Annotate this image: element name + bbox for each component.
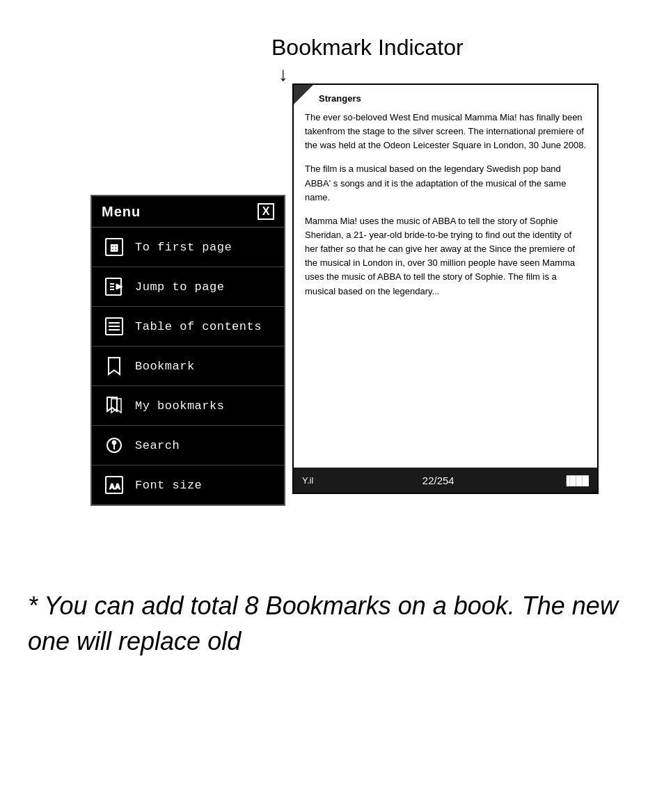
menu-item-jump-to-page-label: Jump to page: [135, 280, 224, 294]
menu-title: Menu: [102, 204, 141, 220]
menu-panel: Menu X ⊞ To first page: [90, 195, 285, 506]
battery-icon: ▐███: [563, 475, 589, 486]
first-page-icon: ⊞: [102, 234, 127, 260]
menu-item-table-of-contents-label: Table of contents: [135, 320, 262, 333]
signal-icon: Y.il: [302, 475, 313, 486]
ereader-content: Strangers The ever so-beloved West End m…: [294, 85, 597, 468]
bookmark-indicator-area: Bookmark Indicator ↓: [271, 35, 464, 86]
menu-item-search[interactable]: Search: [92, 426, 284, 465]
page-number: 22/254: [422, 475, 454, 486]
menu-item-my-bookmarks[interactable]: My bookmarks: [92, 386, 284, 426]
menu-item-my-bookmarks-label: My bookmarks: [135, 399, 224, 413]
ereader-paragraph-3: Mamma Mia! uses the music of ABBA to tel…: [305, 214, 586, 298]
page-container: Bookmark Indicator ↓ Strangers The ever …: [0, 0, 664, 812]
menu-item-bookmark[interactable]: Bookmark: [92, 347, 284, 386]
menu-item-to-first-page-label: To first page: [135, 241, 232, 254]
ereader-screen: Strangers The ever so-beloved West End m…: [292, 83, 599, 494]
menu-item-font-size[interactable]: AA Font size: [92, 465, 284, 504]
ereader-paragraph-2: The film is a musical based on the legen…: [305, 162, 586, 204]
menu-close-button[interactable]: X: [258, 203, 274, 220]
ereader-chapter: Strangers: [319, 93, 586, 104]
bookmark-indicator-title: Bookmark Indicator: [271, 35, 464, 61]
menu-header: Menu X: [92, 196, 284, 228]
svg-text:⊞: ⊞: [110, 242, 118, 253]
menu-item-table-of-contents[interactable]: Table of contents: [92, 307, 284, 347]
menu-item-jump-to-page[interactable]: Jump to page: [92, 267, 284, 307]
note-text: * You can add total 8 Bookmarks on a boo…: [28, 589, 636, 659]
toc-icon: [102, 314, 127, 339]
svg-text:AA: AA: [109, 482, 120, 491]
down-arrow-icon: ↓: [278, 63, 288, 86]
bookmark-triangle-icon: [294, 85, 313, 104]
ereader-statusbar: Y.il 22/254 ▐███: [294, 468, 597, 493]
bookmark-icon: [102, 353, 127, 379]
svg-marker-11: [109, 358, 120, 374]
svg-point-15: [112, 440, 116, 445]
menu-item-search-label: Search: [135, 439, 180, 452]
ereader-text: The ever so-beloved West End musical Mam…: [305, 111, 586, 298]
ereader-paragraph-1: The ever so-beloved West End musical Mam…: [305, 111, 586, 152]
jump-icon: [102, 274, 127, 299]
font-size-icon: AA: [102, 472, 127, 497]
menu-item-to-first-page[interactable]: ⊞ To first page: [92, 228, 284, 267]
menu-item-bookmark-label: Bookmark: [135, 360, 195, 373]
bookmarks-icon: [102, 393, 127, 418]
search-icon: [102, 433, 127, 458]
menu-item-font-size-label: Font size: [135, 479, 202, 492]
